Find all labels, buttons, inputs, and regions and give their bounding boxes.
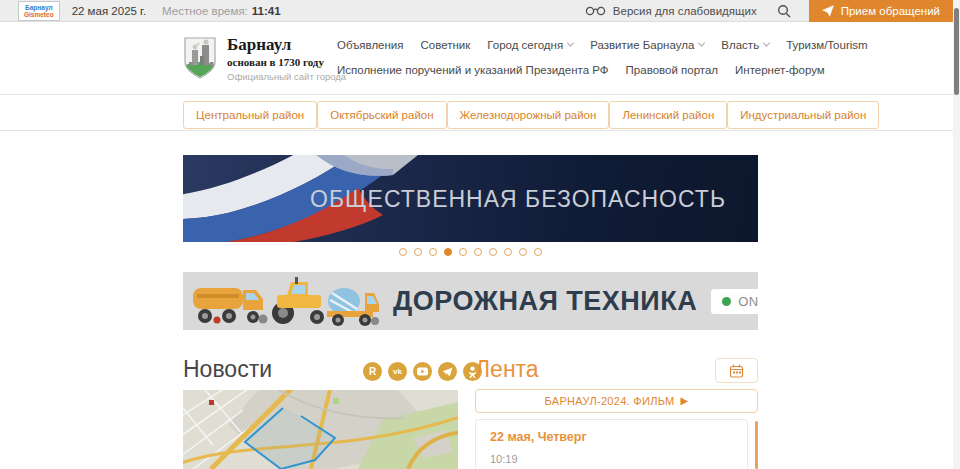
social-links: R vk	[363, 362, 482, 381]
feed-card: 22 мая, Четверг 10:19 Барнаульских предп…	[475, 419, 748, 469]
carousel-dot-7[interactable]	[489, 248, 497, 256]
online-status-label: ONLINE	[738, 294, 758, 309]
nav-item-advisor[interactable]: Советник	[421, 39, 471, 51]
calendar-icon	[729, 364, 744, 378]
district-button-zheleznodorozhny[interactable]: Железнодорожный район	[447, 101, 610, 129]
nav-item-development[interactable]: Развитие Барнаула	[590, 39, 704, 51]
site-subtitle: основан в 1730 году	[227, 56, 346, 68]
carousel-dot-2[interactable]	[414, 248, 422, 256]
nav-item-announcements[interactable]: Объявления	[337, 39, 404, 51]
page-scrollbar-thumb[interactable]	[954, 8, 959, 95]
carousel-dot-6[interactable]	[474, 248, 482, 256]
district-button-oktyabrsky[interactable]: Октябрьский район	[317, 101, 446, 129]
chevron-down-icon	[567, 39, 574, 46]
gismeteo-city: Барнаул	[24, 4, 54, 11]
site-header: Барнаул основан в 1730 году Официальный …	[0, 23, 953, 95]
telegram-icon[interactable]	[438, 362, 457, 381]
carousel-dot-5[interactable]	[459, 248, 467, 256]
district-bar: Центральный район Октябрьский район Желе…	[0, 96, 953, 131]
site-logo[interactable]: Барнаул основан в 1730 году Официальный …	[183, 36, 346, 82]
main-navigation: Объявления Советник Город сегодня Развит…	[337, 39, 757, 76]
current-date: 22 мая 2025 г.	[72, 5, 146, 17]
road-machinery-illustration	[191, 276, 379, 326]
feed-section-heading: Лента	[475, 356, 539, 383]
carousel-dot-4[interactable]	[444, 248, 452, 256]
nav-item-government[interactable]: Власть	[721, 39, 769, 51]
nav-item-tourism[interactable]: Туризм/Tourism	[786, 39, 867, 51]
feed-item-time: 10:19	[490, 453, 733, 465]
accessibility-label: Версия для слабовидящих	[613, 5, 757, 17]
feed-scrollbar[interactable]	[755, 421, 758, 469]
carousel-dot-9[interactable]	[519, 248, 527, 256]
district-button-central[interactable]: Центральный район	[183, 101, 317, 129]
online-green-dot-icon	[722, 297, 731, 306]
site-tagline: Официальный сайт города	[227, 71, 346, 82]
news-section-heading: Новости	[183, 356, 272, 383]
nav-item-city-today[interactable]: Город сегодня	[487, 39, 573, 51]
search-button[interactable]	[777, 4, 791, 18]
carousel-slide-title: ОБЩЕСТВЕННАЯ БЕЗОПАСНОСТЬ	[310, 185, 726, 212]
play-icon: ▶	[680, 396, 688, 406]
carousel-dots	[183, 248, 758, 256]
carousel-dot-8[interactable]	[504, 248, 512, 256]
nav-item-president-orders[interactable]: Исполнение поручений и указаний Президен…	[337, 64, 609, 76]
rutube-icon[interactable]: R	[363, 362, 382, 381]
accessibility-version-button[interactable]: Версия для слабовидящих	[585, 5, 757, 17]
district-button-industrialny[interactable]: Индустриальный район	[727, 101, 879, 129]
site-title: Барнаул	[227, 36, 346, 55]
carousel-dot-10[interactable]	[534, 248, 542, 256]
gismeteo-weather-widget[interactable]: Барнаул Gismeteo	[18, 1, 60, 21]
chevron-down-icon	[698, 39, 705, 46]
youtube-icon[interactable]	[413, 362, 432, 381]
barnaul-film-button[interactable]: БАРНАУЛ-2024. ФИЛЬМ ▶	[475, 389, 758, 413]
page: Барнаул Gismeteo 22 мая 2025 г. Местное …	[0, 0, 960, 469]
vk-icon[interactable]: vk	[388, 362, 407, 381]
paper-plane-icon	[822, 5, 834, 17]
carousel-slide-public-safety[interactable]: ОБЩЕСТВЕННАЯ БЕЗОПАСНОСТЬ	[183, 155, 758, 242]
search-icon	[777, 4, 791, 18]
carousel-dot-1[interactable]	[399, 248, 407, 256]
carousel-dot-3[interactable]	[429, 248, 437, 256]
top-bar: Барнаул Gismeteo 22 мая 2025 г. Местное …	[0, 0, 953, 22]
nav-item-internet-forum[interactable]: Интернет-форум	[735, 64, 825, 76]
nav-item-legal-portal[interactable]: Правовой портал	[626, 64, 718, 76]
city-map-graphic	[183, 390, 458, 469]
local-time-label: Местное время:	[162, 5, 248, 17]
film-button-label: БАРНАУЛ-2024. ФИЛЬМ	[545, 395, 675, 407]
appeals-button-label: Прием обращений	[841, 5, 940, 17]
coat-of-arms-icon	[183, 36, 217, 80]
news-map[interactable]	[183, 390, 458, 469]
glasses-icon	[585, 5, 606, 16]
appeals-button[interactable]: Прием обращений	[809, 0, 953, 22]
gismeteo-brand: Gismeteo	[24, 11, 54, 18]
district-button-leninsky[interactable]: Ленинский район	[609, 101, 727, 129]
page-scrollbar[interactable]	[953, 0, 960, 469]
feed-day-header: 22 мая, Четверг	[490, 430, 733, 444]
feed-calendar-button[interactable]	[715, 358, 758, 383]
online-status-badge: ONLINE	[711, 289, 758, 314]
road-equipment-banner[interactable]: ДОРОЖНАЯ ТЕХНИКА ONLINE	[183, 272, 758, 330]
chevron-down-icon	[763, 39, 770, 46]
road-banner-title: ДОРОЖНАЯ ТЕХНИКА	[393, 286, 697, 317]
local-time-value: 11:41	[252, 5, 281, 17]
